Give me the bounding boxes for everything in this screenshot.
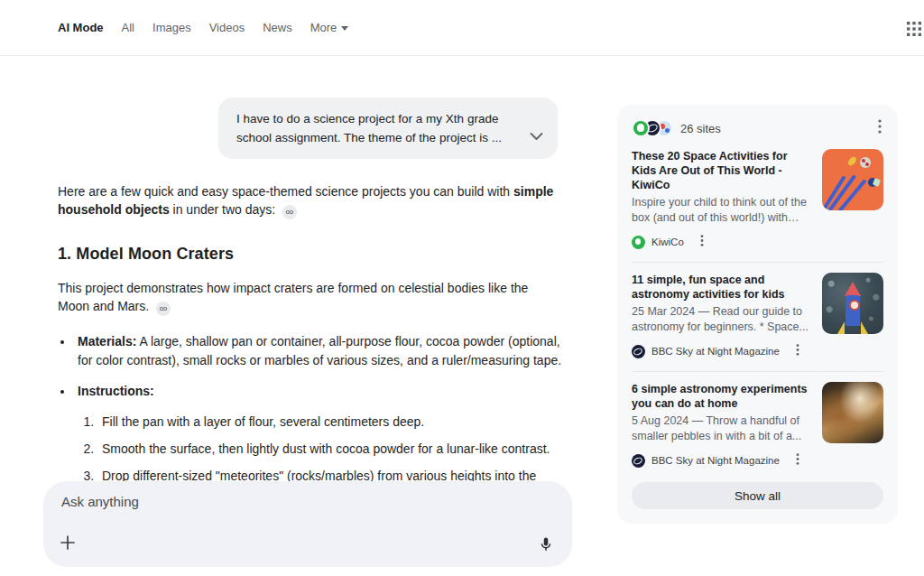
search-nav-bar: AI Mode All Images Videos News More (0, 0, 924, 56)
citation-link-icon[interactable] (156, 302, 171, 316)
source-name: BBC Sky at Night Magazine (651, 455, 780, 466)
ask-input-box[interactable] (43, 481, 572, 567)
sources-header: 26 sites (632, 116, 883, 140)
tab-videos[interactable]: Videos (209, 21, 245, 34)
apps-grid-icon[interactable] (907, 22, 921, 36)
list-item-materials: Materials: A large, shallow pan or conta… (74, 332, 565, 370)
kiwico-favicon (632, 119, 650, 137)
source-card-text: 6 simple astronomy experiments you can d… (632, 382, 811, 470)
ai-mode-page: AI Mode All Images Videos News More I ha… (0, 0, 924, 576)
user-query-bubble[interactable]: I have to do a science project for a my … (218, 98, 558, 159)
chevron-down-icon[interactable] (530, 127, 543, 146)
step-item: Smooth the surface, then lightly dust wi… (97, 440, 554, 459)
source-card-title[interactable]: 6 simple astronomy experiments you can d… (632, 382, 811, 411)
materials-list: Materials: A large, shallow pan or conta… (58, 332, 565, 401)
card-overflow-menu-icon[interactable] (794, 341, 801, 361)
source-card-title[interactable]: These 20 Space Activities for Kids Are O… (632, 149, 811, 192)
user-query-text: I have to do a science project for a my … (236, 112, 502, 144)
source-thumbnail-space-crafts[interactable] (822, 149, 883, 210)
source-card-text: These 20 Space Activities for Kids Are O… (632, 149, 811, 252)
source-card-snippet: Inspire your child to think out of the b… (632, 195, 811, 226)
materials-text: A large, shallow pan or container, all-p… (78, 334, 561, 367)
source-card-text: 11 simple, fun space and astronomy activ… (632, 273, 811, 361)
sources-panel: 26 sites These 20 Space Activities for K… (617, 105, 898, 524)
source-name: BBC Sky at Night Magazine (651, 346, 780, 357)
tab-more[interactable]: More (310, 21, 349, 34)
materials-label: Materials: (78, 334, 136, 348)
source-name: KiwiCo (651, 237, 684, 247)
source-card[interactable]: 6 simple astronomy experiments you can d… (632, 382, 883, 470)
source-card-attribution: BBC Sky at Night Magazine (632, 341, 811, 361)
caret-down-icon (341, 26, 348, 31)
card-overflow-menu-icon[interactable] (698, 232, 706, 252)
source-card-attribution: BBC Sky at Night Magazine (632, 451, 811, 470)
tab-all[interactable]: All (122, 21, 134, 34)
tab-ai-mode[interactable]: AI Mode (58, 21, 104, 34)
panel-overflow-menu-icon[interactable] (876, 117, 883, 139)
bbc-favicon (632, 345, 645, 358)
section-description-text: This project demonstrates how impact cra… (58, 281, 528, 313)
source-card[interactable]: 11 simple, fun space and astronomy activ… (632, 273, 883, 361)
source-favicon-stack (632, 119, 673, 137)
tab-news[interactable]: News (263, 21, 292, 34)
plus-icon[interactable] (60, 534, 78, 553)
show-all-button[interactable]: Show all (632, 482, 883, 509)
step-item: Fill the pan with a layer of flour, seve… (97, 413, 554, 432)
section-heading: 1. Model Moon Craters (58, 245, 568, 264)
bbc-favicon (632, 454, 645, 468)
instructions-label: Instructions: (78, 384, 154, 398)
answer-column: I have to do a science project for a my … (58, 56, 568, 513)
card-divider (632, 262, 883, 263)
section-description: This project demonstrates how impact cra… (58, 279, 563, 316)
search-tabs: AI Mode All Images Videos News More (58, 21, 348, 34)
list-item-instructions: Instructions: (74, 382, 565, 401)
kiwico-favicon (632, 236, 645, 249)
tab-more-label: More (310, 21, 337, 34)
citation-link-icon[interactable] (282, 205, 297, 219)
answer-intro: Here are a few quick and easy space-them… (58, 182, 563, 219)
source-card-title[interactable]: 11 simple, fun space and astronomy activ… (632, 273, 811, 302)
source-card-attribution: KiwiCo (632, 232, 811, 252)
mic-icon[interactable] (538, 534, 556, 554)
tab-images[interactable]: Images (152, 21, 191, 34)
ask-input[interactable] (61, 494, 531, 521)
source-card-snippet: 25 Mar 2024 — Read our guide to astronom… (632, 304, 811, 335)
sites-count-label: 26 sites (680, 122, 721, 135)
card-divider (632, 371, 883, 372)
source-thumbnail-sediment-pan[interactable] (822, 382, 883, 443)
source-thumbnail-toy-rocket[interactable] (822, 273, 883, 334)
card-overflow-menu-icon[interactable] (794, 451, 801, 470)
source-card-snippet: 5 Aug 2024 — Throw a handful of smaller … (632, 413, 811, 444)
intro-text-post: in under two days: (170, 202, 276, 217)
source-card[interactable]: These 20 Space Activities for Kids Are O… (632, 149, 883, 252)
intro-text-pre: Here are a few quick and easy space-them… (58, 184, 513, 199)
